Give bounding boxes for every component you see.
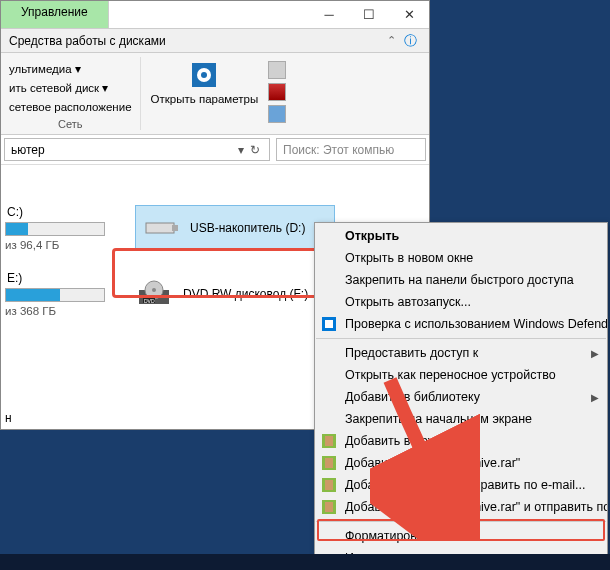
ctx-format[interactable]: Форматировать... xyxy=(315,525,607,547)
drive-dvd[interactable]: DVD DVD RW дисковод (F:) xyxy=(135,271,335,317)
ribbon: ультимедиа ▾ ить сетевой диск ▾ сетевое … xyxy=(1,53,429,135)
svg-point-7 xyxy=(152,288,156,292)
ctx-share-access[interactable]: Предоставить доступ к▶ xyxy=(315,342,607,364)
svg-rect-14 xyxy=(325,458,333,468)
drive-c-free: из 96,4 ГБ xyxy=(5,239,105,251)
path-dropdown-icon[interactable]: ▾ xyxy=(235,143,247,157)
drive-e-label: E:) xyxy=(5,271,105,285)
ctx-pin-quick-access[interactable]: Закрепить на панели быстрого доступа xyxy=(315,269,607,291)
svg-point-2 xyxy=(201,72,207,78)
ctx-add-archive-rar[interactable]: Добавить в архив "Archive.rar" xyxy=(315,452,607,474)
ctx-separator xyxy=(316,521,606,522)
ribbon-subtitle-bar: Средства работы с дисками ⌃ ⓘ xyxy=(1,29,429,53)
drive-e[interactable]: E:) из 368 ГБ xyxy=(5,271,105,317)
drive-e-free: из 368 ГБ xyxy=(5,305,105,317)
mini-icon-1[interactable] xyxy=(268,61,286,79)
winrar-icon xyxy=(321,477,337,493)
submenu-arrow-icon: ▶ xyxy=(591,392,599,403)
svg-rect-18 xyxy=(325,502,333,512)
search-placeholder: Поиск: Этот компью xyxy=(283,143,394,157)
ribbon-group-label-network: Сеть xyxy=(5,118,136,130)
ctx-windows-defender[interactable]: Проверка с использованием Windows Defend… xyxy=(315,313,607,335)
titlebar: Управление ─ ☐ ✕ xyxy=(1,1,429,29)
svg-text:DVD: DVD xyxy=(144,298,155,304)
drive-usb[interactable]: USB-накопитель (D:) xyxy=(135,205,335,251)
drive-usb-label: USB-накопитель (D:) xyxy=(190,221,305,235)
path-input[interactable]: ьютер ▾ ↻ xyxy=(4,138,270,161)
svg-rect-4 xyxy=(172,225,178,231)
ctx-separator xyxy=(316,338,606,339)
close-button[interactable]: ✕ xyxy=(389,1,429,28)
maximize-button[interactable]: ☐ xyxy=(349,1,389,28)
ribbon-item-network-location[interactable]: сетевое расположение xyxy=(9,100,132,114)
drive-e-bar xyxy=(5,288,105,302)
svg-rect-16 xyxy=(325,480,333,490)
refresh-icon[interactable]: ↻ xyxy=(247,143,263,157)
open-settings-label: Открыть параметры xyxy=(151,93,259,106)
ctx-archive-email[interactable]: Добавить в архив и отправить по e-mail..… xyxy=(315,474,607,496)
winrar-icon xyxy=(321,455,337,471)
ribbon-tab-manage[interactable]: Управление xyxy=(1,1,109,28)
dvd-drive-icon: DVD xyxy=(135,279,175,309)
search-input[interactable]: Поиск: Этот компью xyxy=(276,138,426,161)
svg-rect-12 xyxy=(325,436,333,446)
ribbon-collapse-icon[interactable]: ⌃ xyxy=(383,34,400,47)
minimize-button[interactable]: ─ xyxy=(309,1,349,28)
ribbon-group-params: Открыть параметры xyxy=(141,57,295,130)
drive-c-label: C:) xyxy=(5,205,105,219)
usb-drive-icon xyxy=(142,213,182,243)
content-footer: н xyxy=(5,411,12,425)
ctx-archive-rar-email[interactable]: Добавить в архив "Archive.rar" и отправи… xyxy=(315,496,607,518)
ctx-add-archive[interactable]: Добавить в архив... xyxy=(315,430,607,452)
ribbon-mini-icons xyxy=(264,57,290,127)
mini-icon-2[interactable] xyxy=(268,83,286,101)
winrar-icon xyxy=(321,499,337,515)
ribbon-subtitle: Средства работы с дисками xyxy=(9,34,166,48)
context-menu: Открыть Открыть в новом окне Закрепить н… xyxy=(314,222,608,570)
drive-dvd-label: DVD RW дисковод (F:) xyxy=(183,287,308,301)
address-bar: ьютер ▾ ↻ Поиск: Этот компью xyxy=(1,135,429,165)
winrar-icon xyxy=(321,433,337,449)
ctx-open-autoplay[interactable]: Открыть автозапуск... xyxy=(315,291,607,313)
gear-icon xyxy=(188,59,220,91)
open-settings-button[interactable]: Открыть параметры xyxy=(145,57,265,127)
help-icon[interactable]: ⓘ xyxy=(400,32,421,50)
ribbon-item-map-drive[interactable]: ить сетевой диск ▾ xyxy=(9,80,132,96)
path-text: ьютер xyxy=(11,143,45,157)
ribbon-item-multimedia[interactable]: ультимедиа ▾ xyxy=(9,61,132,77)
ctx-open-portable[interactable]: Открыть как переносное устройство xyxy=(315,364,607,386)
ctx-add-library[interactable]: Добавить в библиотеку▶ xyxy=(315,386,607,408)
svg-rect-3 xyxy=(146,223,174,233)
drive-c-bar xyxy=(5,222,105,236)
defender-icon xyxy=(321,316,337,332)
mini-icon-3[interactable] xyxy=(268,105,286,123)
ctx-pin-start[interactable]: Закрепить на начальном экране xyxy=(315,408,607,430)
drive-c[interactable]: C:) из 96,4 ГБ xyxy=(5,205,105,251)
ribbon-group-network: ультимедиа ▾ ить сетевой диск ▾ сетевое … xyxy=(1,57,141,130)
ctx-open[interactable]: Открыть xyxy=(315,225,607,247)
ctx-open-new-window[interactable]: Открыть в новом окне xyxy=(315,247,607,269)
submenu-arrow-icon: ▶ xyxy=(591,348,599,359)
taskbar[interactable] xyxy=(0,554,610,570)
